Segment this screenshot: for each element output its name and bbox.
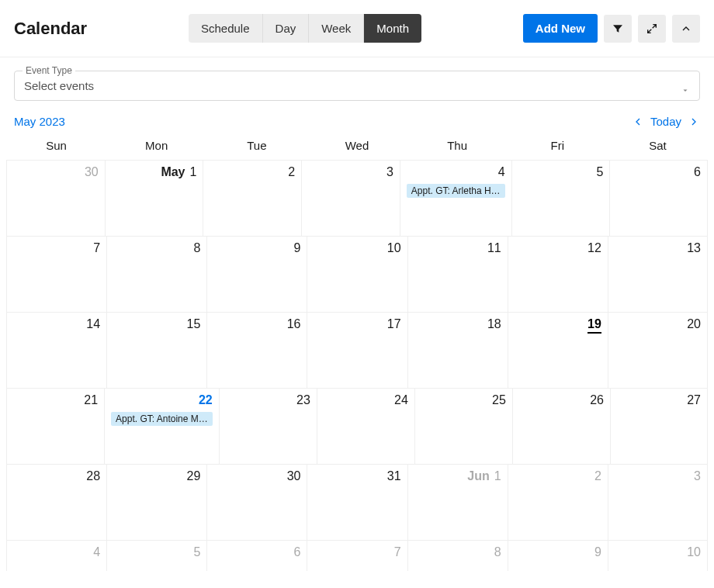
day-number: 28 bbox=[86, 469, 100, 483]
event-type-legend: Event Type bbox=[23, 65, 75, 76]
calendar-cell[interactable]: 24 bbox=[317, 388, 414, 464]
day-number: 25 bbox=[492, 393, 506, 407]
calendar-cell[interactable]: 13 bbox=[608, 236, 708, 312]
expand-icon bbox=[646, 22, 658, 35]
calendar-cell[interactable]: 23 bbox=[219, 388, 317, 464]
calendar-cell[interactable]: 5 bbox=[106, 540, 206, 571]
calendar-cell[interactable]: 14 bbox=[6, 312, 106, 388]
expand-button[interactable] bbox=[638, 15, 666, 43]
day-number: 1 bbox=[190, 165, 197, 179]
prev-month-button[interactable] bbox=[632, 116, 644, 128]
chevron-right-icon bbox=[688, 116, 700, 128]
calendar-cell[interactable]: 7 bbox=[6, 236, 106, 312]
month-label[interactable]: May 2023 bbox=[14, 115, 65, 128]
dow-fri: Fri bbox=[508, 133, 608, 160]
day-number: 1 bbox=[494, 469, 501, 483]
day-number: 10 bbox=[687, 545, 701, 559]
calendar-cell[interactable]: 11 bbox=[407, 236, 508, 312]
calendar-cell[interactable]: 3 bbox=[608, 464, 708, 540]
month-prefix: May bbox=[161, 165, 185, 179]
calendar-cell[interactable]: 16 bbox=[206, 312, 307, 388]
calendar-cell[interactable]: May1 bbox=[105, 160, 203, 236]
calendar-cell[interactable]: 3 bbox=[301, 160, 400, 236]
day-number: 9 bbox=[294, 241, 301, 255]
day-number: 18 bbox=[487, 317, 501, 331]
calendar-cell[interactable]: 8 bbox=[407, 540, 508, 571]
calendar-cell[interactable]: 18 bbox=[407, 312, 508, 388]
calendar-cell[interactable]: 19 bbox=[508, 312, 608, 388]
day-number: 31 bbox=[387, 469, 401, 483]
calendar-cell[interactable]: 26 bbox=[512, 388, 610, 464]
dow-tue: Tue bbox=[206, 133, 307, 160]
calendar-cell[interactable]: 4 bbox=[6, 540, 106, 571]
day-number: 22 bbox=[199, 393, 213, 407]
day-number: 5 bbox=[193, 545, 200, 559]
add-new-button[interactable]: Add New bbox=[523, 14, 598, 43]
view-toggle: Schedule Day Week Month bbox=[189, 14, 421, 43]
day-number: 2 bbox=[594, 469, 601, 483]
calendar-cell[interactable]: 4Appt. GT: Arletha H… bbox=[400, 160, 511, 236]
event-chip[interactable]: Appt. GT: Arletha H… bbox=[407, 184, 505, 198]
calendar-cell[interactable]: 30 bbox=[6, 160, 105, 236]
calendar-cell[interactable]: 31 bbox=[307, 464, 407, 540]
calendar-cell[interactable]: 17 bbox=[307, 312, 407, 388]
page-title: Calendar bbox=[14, 19, 87, 39]
view-month-button[interactable]: Month bbox=[364, 14, 421, 43]
view-day-button[interactable]: Day bbox=[263, 14, 310, 43]
day-number: 6 bbox=[294, 545, 301, 559]
calendar-cell[interactable]: 10 bbox=[608, 540, 708, 571]
calendar-cell[interactable]: 21 bbox=[6, 388, 104, 464]
calendar-cell[interactable]: Jun1 bbox=[407, 464, 508, 540]
event-type-select-value[interactable]: Select events bbox=[15, 76, 699, 100]
calendar-cell[interactable]: 28 bbox=[6, 464, 106, 540]
calendar-cell[interactable]: 2 bbox=[203, 160, 301, 236]
day-number: 7 bbox=[93, 241, 100, 255]
chevron-left-icon bbox=[632, 116, 644, 128]
month-prefix: Jun bbox=[467, 469, 489, 483]
calendar-cell[interactable]: 6 bbox=[206, 540, 307, 571]
calendar-cell[interactable]: 7 bbox=[307, 540, 407, 571]
day-number: 8 bbox=[193, 241, 200, 255]
calendar-cell[interactable]: 9 bbox=[508, 540, 608, 571]
day-number: 26 bbox=[590, 393, 604, 407]
filter-icon bbox=[612, 22, 624, 35]
dow-sat: Sat bbox=[608, 133, 708, 160]
view-schedule-button[interactable]: Schedule bbox=[189, 14, 263, 43]
calendar-cell[interactable]: 29 bbox=[106, 464, 206, 540]
day-number: 30 bbox=[85, 165, 99, 179]
calendar-cell[interactable]: 6 bbox=[609, 160, 708, 236]
event-chip[interactable]: Appt. GT: Antoine M… bbox=[111, 412, 213, 426]
calendar-cell[interactable]: 30 bbox=[206, 464, 307, 540]
calendar-cell[interactable]: 9 bbox=[206, 236, 307, 312]
day-number: 16 bbox=[287, 317, 301, 331]
filter-button[interactable] bbox=[604, 15, 632, 43]
calendar-cell[interactable]: 5 bbox=[511, 160, 610, 236]
calendar-cell[interactable]: 20 bbox=[608, 312, 708, 388]
dow-row: Sun Mon Tue Wed Thu Fri Sat bbox=[6, 133, 708, 160]
calendar-cell[interactable]: 2 bbox=[508, 464, 608, 540]
event-type-filter[interactable]: Event Type Select events bbox=[14, 65, 700, 101]
day-number: 9 bbox=[594, 545, 601, 559]
day-number: 7 bbox=[394, 545, 401, 559]
view-week-button[interactable]: Week bbox=[309, 14, 364, 43]
day-number: 8 bbox=[494, 545, 501, 559]
day-number: 13 bbox=[687, 241, 701, 255]
day-number: 20 bbox=[687, 317, 701, 331]
calendar-cell[interactable]: 27 bbox=[610, 388, 708, 464]
dow-wed: Wed bbox=[307, 133, 407, 160]
calendar-cell[interactable]: 22Appt. GT: Antoine M… bbox=[104, 388, 219, 464]
day-number: 2 bbox=[288, 165, 295, 179]
calendar-cell[interactable]: 12 bbox=[508, 236, 608, 312]
dow-thu: Thu bbox=[407, 133, 508, 160]
next-month-button[interactable] bbox=[688, 116, 700, 128]
day-number: 4 bbox=[93, 545, 100, 559]
day-number: 6 bbox=[694, 165, 701, 179]
calendar-cell[interactable]: 10 bbox=[307, 236, 407, 312]
today-button[interactable]: Today bbox=[650, 115, 681, 128]
calendar-cell[interactable]: 25 bbox=[414, 388, 512, 464]
calendar-cell[interactable]: 15 bbox=[106, 312, 206, 388]
collapse-button[interactable] bbox=[672, 15, 700, 43]
calendar-cell[interactable]: 8 bbox=[106, 236, 206, 312]
day-number: 29 bbox=[186, 469, 200, 483]
day-number: 3 bbox=[694, 469, 701, 483]
